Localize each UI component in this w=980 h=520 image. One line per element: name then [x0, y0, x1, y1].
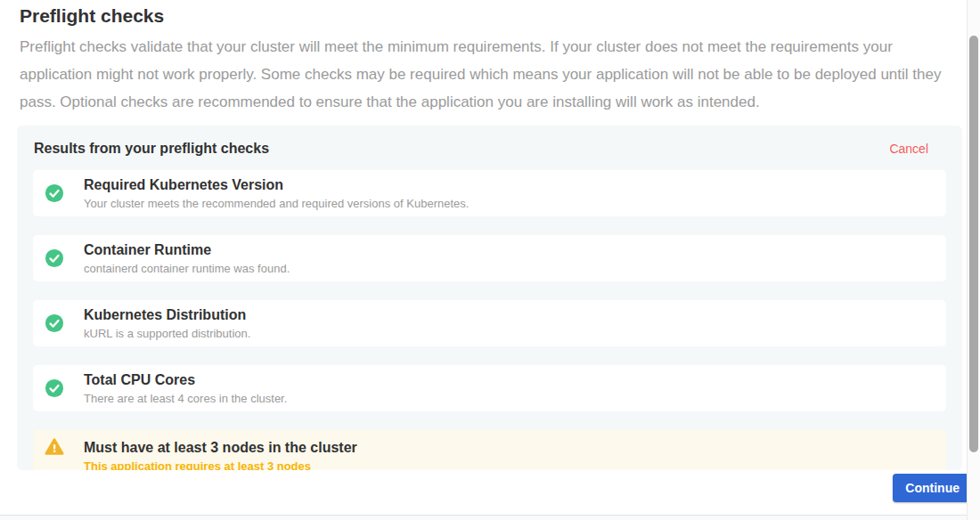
page-description: Preflight checks validate that your clus…	[20, 33, 951, 116]
check-row-container-runtime: Container Runtime containerd container r…	[33, 235, 946, 281]
check-title: Must have at least 3 nodes in the cluste…	[84, 439, 937, 456]
continue-button[interactable]: Continue	[893, 474, 972, 502]
footer-divider	[0, 515, 967, 520]
check-title: Required Kubernetes Version	[84, 176, 937, 193]
preflight-results-panel: Results from your preflight checks Cance…	[17, 126, 962, 470]
check-message: Your cluster meets the recommended and r…	[84, 197, 937, 211]
check-title: Total CPU Cores	[84, 371, 937, 388]
check-list: Required Kubernetes Version Your cluster…	[17, 169, 962, 470]
check-row-total-cpu-cores: Total CPU Cores There are at least 4 cor…	[33, 365, 946, 411]
check-message: kURL is a supported distribution.	[84, 327, 937, 341]
check-circle-icon	[45, 378, 64, 398]
check-circle-icon	[45, 183, 64, 203]
check-message: This application requires at least 3 nod…	[84, 459, 937, 471]
check-title: Container Runtime	[84, 241, 937, 258]
check-message: containerd container runtime was found.	[84, 262, 937, 276]
panel-header: Results from your preflight checks Cance…	[17, 126, 962, 169]
cancel-button[interactable]: Cancel	[889, 142, 928, 156]
results-title: Results from your preflight checks	[34, 141, 269, 157]
check-circle-icon	[45, 248, 64, 268]
check-row-kubernetes-distribution: Kubernetes Distribution kURL is a suppor…	[33, 300, 946, 346]
page-title: Preflight checks	[20, 5, 164, 27]
warning-triangle-icon	[45, 437, 64, 457]
vertical-scrollbar[interactable]	[967, 0, 980, 520]
check-title: Kubernetes Distribution	[84, 306, 937, 323]
scrollbar-thumb[interactable]	[969, 36, 978, 452]
check-row-required-kubernetes-version: Required Kubernetes Version Your cluster…	[33, 170, 946, 216]
check-row-minimum-nodes: Must have at least 3 nodes in the cluste…	[33, 430, 946, 470]
check-circle-icon	[45, 313, 64, 333]
check-message: There are at least 4 cores in the cluste…	[84, 392, 937, 406]
